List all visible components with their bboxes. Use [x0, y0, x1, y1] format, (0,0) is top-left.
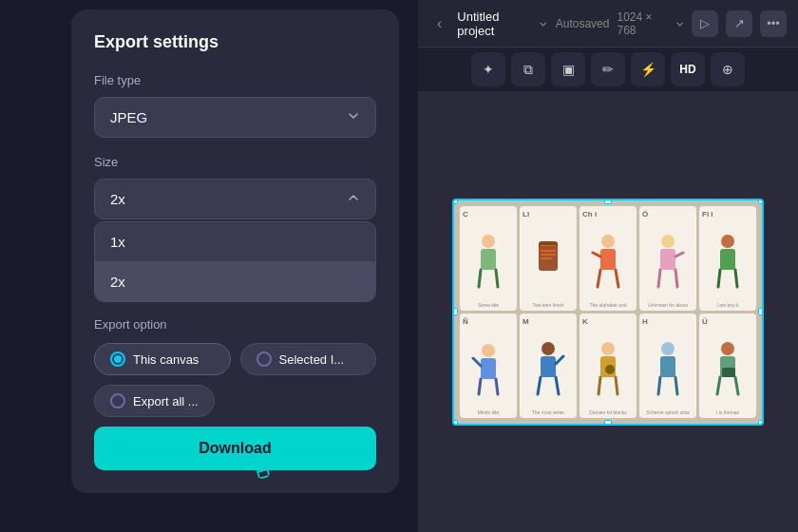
svg-rect-42 [660, 356, 675, 377]
svg-line-15 [616, 270, 618, 287]
svg-point-22 [721, 235, 734, 248]
file-type-select[interactable]: JPEG [94, 97, 376, 138]
list-item: H Scheme splash slow [639, 314, 696, 418]
toolbar-effects-btn[interactable]: ⚡ [631, 52, 665, 86]
svg-point-40 [605, 365, 615, 374]
handle-top-right[interactable] [758, 199, 764, 204]
svg-line-14 [598, 270, 600, 287]
toolbar-copy-btn[interactable]: ⧉ [511, 52, 545, 86]
list-item: Fi i I am boy k [699, 206, 756, 311]
handle-top-mid[interactable] [604, 199, 612, 204]
size-label: Size [94, 155, 376, 169]
svg-rect-11 [541, 257, 552, 259]
svg-line-28 [479, 379, 481, 394]
export-all-radio [110, 393, 125, 408]
svg-line-25 [735, 270, 737, 287]
list-item: K Damien bit blanks [580, 314, 636, 418]
share-icon[interactable]: ↗ [726, 10, 752, 37]
toolbar-row: ✦ ⧉ ▣ ✏ ⚡ HD ⊕ [418, 48, 798, 91]
svg-point-26 [482, 344, 495, 357]
chevron-down-icon [347, 109, 360, 125]
svg-line-33 [538, 377, 541, 394]
toolbar-hd-btn[interactable]: HD [671, 52, 705, 86]
export-panel: Export settings File type JPEG Size 2x 1… [71, 10, 399, 493]
size-option-2x[interactable]: 2x [95, 261, 375, 301]
handle-right-mid[interactable] [758, 308, 764, 315]
selected-option[interactable]: Selected I... [240, 343, 377, 375]
svg-point-17 [661, 235, 674, 248]
handle-top-left[interactable] [452, 199, 458, 204]
more-icon[interactable]: ••• [760, 10, 787, 37]
size-current-value: 2x [110, 191, 125, 207]
svg-rect-18 [660, 249, 675, 270]
export-all-option[interactable]: Export all ... [94, 385, 215, 417]
svg-line-21 [675, 253, 683, 256]
svg-line-3 [496, 270, 498, 287]
handle-bottom-left[interactable] [452, 420, 458, 426]
toolbar-magic-btn[interactable]: ✦ [471, 52, 505, 86]
export-option-label: Export option [94, 317, 376, 332]
handle-bottom-mid[interactable] [604, 420, 612, 426]
size-dropdown: 1x 2x [94, 221, 376, 302]
list-item: C Some title [460, 206, 517, 311]
svg-line-20 [675, 270, 677, 287]
file-type-value: JPEG [110, 109, 147, 125]
handle-bottom-right[interactable] [758, 420, 764, 426]
toolbar-draw-btn[interactable]: ✏ [591, 52, 625, 86]
this-canvas-option[interactable]: This canvas [94, 343, 231, 375]
play-icon[interactable]: ▷ [692, 10, 718, 37]
selected-label: Selected I... [279, 352, 345, 367]
svg-rect-13 [600, 249, 616, 270]
list-item: Ü I is thomas [699, 314, 756, 418]
list-item: Ñ Minds title [460, 314, 517, 418]
size-select[interactable]: 2x [94, 179, 376, 219]
svg-line-38 [598, 377, 600, 394]
svg-line-2 [479, 270, 481, 287]
image-grid-container: C Some title Ll [452, 199, 764, 426]
svg-rect-9 [541, 250, 556, 252]
svg-line-19 [658, 270, 660, 287]
svg-point-0 [482, 235, 495, 248]
svg-point-31 [542, 342, 555, 355]
svg-line-16 [593, 253, 600, 256]
panel-title: Export settings [94, 32, 376, 52]
download-button[interactable]: Download [94, 427, 376, 470]
svg-rect-1 [481, 249, 496, 270]
svg-rect-23 [720, 249, 735, 270]
svg-rect-32 [541, 356, 556, 377]
project-name: Untitled project Autosaved 1024 × 768 [457, 10, 684, 38]
handle-left-mid[interactable] [452, 308, 458, 315]
svg-line-34 [556, 377, 559, 394]
svg-line-47 [717, 377, 720, 394]
svg-line-48 [735, 377, 738, 394]
list-item: Ó Unknown for about [639, 206, 696, 311]
canvas-content: C Some title Ll [418, 91, 798, 532]
export-all-label: Export all ... [133, 394, 199, 408]
svg-point-41 [661, 342, 674, 355]
svg-line-44 [675, 377, 677, 394]
file-type-label: File type [94, 73, 376, 87]
topbar-icons: ▷ ↗ ••• [692, 10, 787, 37]
this-canvas-radio [110, 352, 125, 367]
toolbar-frame-btn[interactable]: ▣ [551, 52, 585, 86]
size-option-1x[interactable]: 1x [95, 222, 375, 261]
svg-rect-10 [541, 254, 556, 256]
resolution-label: 1024 × 768 [617, 10, 671, 37]
chevron-up-icon [347, 191, 360, 207]
list-item: M The most writer [520, 314, 577, 418]
this-canvas-label: This canvas [133, 352, 199, 367]
svg-line-29 [496, 379, 498, 394]
svg-line-30 [473, 358, 481, 366]
selected-radio [256, 352, 272, 367]
canvas-topbar: ‹ Untitled project Autosaved 1024 × 768 … [418, 0, 798, 48]
svg-point-45 [721, 342, 734, 355]
toolbar-people-btn[interactable]: ⊕ [711, 52, 745, 86]
size-section: Size 2x 1x 2x [94, 155, 376, 302]
list-item: Ll Two item finish [520, 206, 577, 311]
svg-line-24 [718, 270, 720, 287]
svg-point-36 [601, 342, 615, 355]
back-arrow[interactable]: ‹ [429, 11, 449, 36]
canvas-area: ‹ Untitled project Autosaved 1024 × 768 … [418, 0, 798, 532]
svg-rect-49 [722, 368, 735, 377]
svg-line-35 [556, 356, 563, 364]
